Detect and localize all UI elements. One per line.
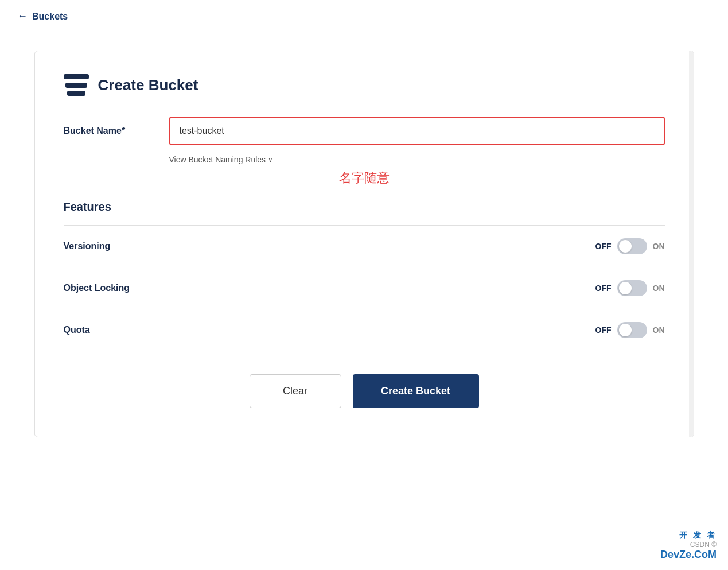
watermark-csdn: CSDN ©: [690, 541, 717, 549]
watermark: 开 发 者 CSDN © DevZe.CoM: [660, 530, 717, 561]
top-nav: ← Buckets: [0, 0, 728, 33]
chinese-note: 名字随意: [64, 169, 665, 187]
naming-rules-link[interactable]: View Bucket Naming Rules ∨: [169, 155, 274, 164]
naming-rules-row: View Bucket Naming Rules ∨: [169, 154, 665, 165]
object-locking-off-label: OFF: [595, 284, 612, 293]
versioning-toggle-knob: [619, 240, 632, 253]
naming-rules-label: View Bucket Naming Rules: [169, 155, 266, 164]
bucket-name-row: Bucket Name*: [64, 117, 665, 145]
back-label: Buckets: [32, 11, 68, 22]
bucket-icon-bar-bot: [67, 91, 85, 96]
bucket-icon: [64, 74, 89, 96]
object-locking-toggle-group: OFF ON: [595, 280, 665, 296]
quota-toggle-knob: [619, 324, 632, 336]
quota-toggle-group: OFF ON: [595, 322, 665, 338]
versioning-toggle-group: OFF ON: [595, 238, 665, 254]
back-link[interactable]: ← Buckets: [17, 10, 68, 22]
page-title: Create Bucket: [98, 76, 198, 94]
feature-row-object-locking: Object Locking OFF ON: [64, 267, 665, 309]
quota-label: Quota: [64, 325, 90, 335]
object-locking-label: Object Locking: [64, 283, 130, 293]
page-wrapper: ← Buckets Create Bucket Bucket Name*: [0, 0, 728, 570]
bucket-name-label: Bucket Name*: [64, 126, 155, 136]
bucket-name-input[interactable]: [169, 117, 665, 145]
scrollbar[interactable]: [689, 51, 694, 437]
main-content: Create Bucket Bucket Name* View Bucket N…: [0, 33, 728, 455]
features-section: Features Versioning OFF ON Object Loc: [64, 200, 665, 351]
chevron-down-icon: ∨: [268, 156, 273, 164]
feature-row-versioning: Versioning OFF ON: [64, 226, 665, 267]
features-title: Features: [64, 200, 665, 214]
quota-toggle[interactable]: [617, 322, 647, 338]
object-locking-toggle-knob: [619, 282, 632, 294]
object-locking-on-label: ON: [653, 284, 665, 293]
bucket-icon-bar-top: [64, 74, 89, 79]
page-title-row: Create Bucket: [64, 74, 665, 96]
quota-off-label: OFF: [595, 325, 612, 335]
watermark-top: 开 发 者: [679, 530, 717, 541]
versioning-on-label: ON: [653, 242, 665, 251]
versioning-off-label: OFF: [595, 242, 612, 251]
quota-on-label: ON: [653, 325, 665, 335]
object-locking-toggle[interactable]: [617, 280, 647, 296]
bucket-icon-bar-mid: [65, 83, 87, 88]
buttons-row: Clear Create Bucket: [64, 374, 665, 408]
scrollbar-thumb: [689, 57, 694, 91]
versioning-label: Versioning: [64, 241, 111, 251]
form-card: Create Bucket Bucket Name* View Bucket N…: [34, 51, 694, 437]
clear-button[interactable]: Clear: [250, 374, 341, 408]
watermark-brand: DevZe.CoM: [660, 549, 717, 561]
back-arrow-icon: ←: [17, 10, 28, 22]
versioning-toggle[interactable]: [617, 238, 647, 254]
feature-row-quota: Quota OFF ON: [64, 309, 665, 351]
create-bucket-button[interactable]: Create Bucket: [353, 374, 479, 408]
